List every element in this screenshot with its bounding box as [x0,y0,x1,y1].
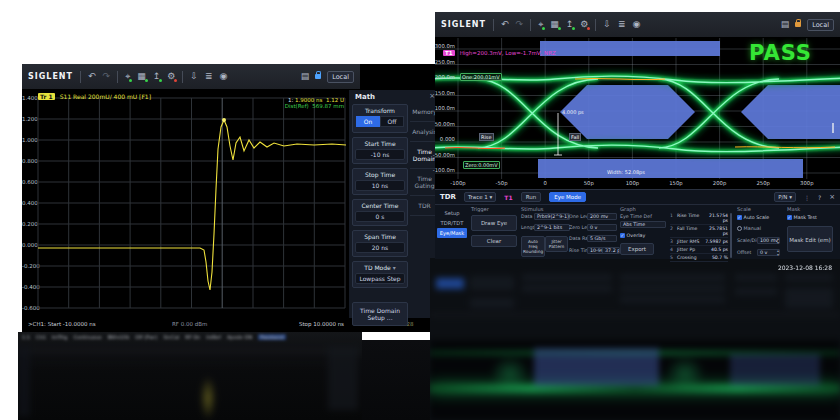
math-menu: Math × Transform On Off Start Time -10 n… [348,90,439,318]
eye-x-axis: -100p-50p050p100p150p200p250p300p [435,179,840,189]
trace-badge[interactable]: Tr 1 [38,93,55,100]
menu-field[interactable]: Span Time 20 ns [352,230,408,257]
zero-level-field[interactable]: 0 v [587,224,617,231]
menu-title: Math [355,93,375,101]
lock-icon[interactable] [315,74,321,79]
pn-select[interactable]: P/N ▾ [774,192,796,202]
help-icon[interactable]: ? [818,194,821,201]
manual-radio[interactable]: Manual [737,225,761,231]
fall-tag: Fall [569,133,581,141]
close-icon[interactable]: × [829,193,835,201]
draw-eye-button[interactable]: Draw Eye [471,215,517,231]
measurement-row: 2Fall Time25.7851 ps [670,225,728,238]
length-select[interactable]: 2^9-1 bits [534,224,570,231]
menu-field[interactable]: Stop Time 10 ns [352,168,408,195]
icon-badge [159,79,162,82]
freq-rounding-button[interactable]: Auto Freq Rounding [521,236,545,257]
y-tick-label: 100.0m [435,105,455,111]
undo-icon[interactable]: ↶ [88,72,96,81]
menu-field[interactable]: Center Time 0 s [352,199,408,226]
eye-toolbar: SIGLENT ↶ ↷ ⌖ ▦ ↥ ⚙ ⇩ ≣ ◉ ▤ Local [435,12,840,38]
trace-label: Tr 1 S11 Real 200mU/ 400 mU [F1] [38,84,151,103]
local-button[interactable]: Local [327,71,354,83]
marker-icon[interactable]: ⌖ [125,72,130,81]
stepper-icon[interactable]: ▴▾ [777,237,779,244]
cal-icon[interactable]: ⚙ [580,20,588,29]
time-domain-setup-button[interactable]: Time Domain Setup ... [352,302,408,326]
jitter-tag: 4.000 ps [562,109,584,115]
marker-icon[interactable]: ⌖ [538,20,543,29]
eye-time-select[interactable]: Abs Time [620,221,666,228]
stimulus-icon[interactable]: ↥ [566,20,574,29]
trace-select[interactable]: Trace 1 ▾ [464,192,496,202]
vna-plot [22,94,348,318]
lock-icon[interactable] [795,22,801,27]
trace-badge: T1 [504,194,512,201]
save-icon[interactable]: ⇩ [603,20,611,29]
overlay-checkbox[interactable]: ✓ Overlay [620,232,645,238]
eye-mode-button[interactable]: Eye Mode [549,192,586,202]
print-icon[interactable]: ≣ [205,72,213,81]
x-tick-label: 0 [533,180,557,186]
toolbar-divider [530,19,531,31]
redo-icon[interactable]: ↷ [103,72,111,81]
print-icon[interactable]: ≣ [618,20,626,29]
jitter-pattern-button[interactable]: Jitter Pattern [545,236,568,252]
redo-icon[interactable]: ↷ [516,20,524,29]
stimulus-icon[interactable]: ↥ [153,72,161,81]
td-mode-field[interactable]: TD Mode ▾ Lowpass Step [352,261,408,288]
undo-icon[interactable]: ↶ [501,20,509,29]
status-item: 1:1 [22,334,30,340]
y-tick-label: 0.000 [440,136,455,142]
run-button[interactable]: Run [521,192,542,202]
tdr-tab-tdrtdt[interactable]: TDR/TDT [437,218,467,228]
mask-section: Mask ✓ Mask Test Mask Edit (em) [787,206,837,212]
x-tick-label: 50p [577,180,601,186]
mask-test-checkbox[interactable]: ✓ Mask Test [787,214,817,220]
display-icon[interactable]: ▦ [550,20,559,29]
local-button[interactable]: Local [807,19,834,31]
reflection-gap [362,340,430,420]
transform-off-button[interactable]: Off [380,116,404,127]
chevron-down-icon: ▾ [393,264,396,271]
toolbar-divider [493,19,494,31]
auto-scale-checkbox[interactable]: ✓ Auto Scale [737,214,769,220]
menu-field[interactable]: Start Time -10 ns [352,137,408,164]
stepper-icon[interactable]: ▴▾ [777,249,779,256]
data-rate-field[interactable]: 5 Gb/s [587,235,617,242]
layout-icon[interactable]: ▤ [301,72,310,81]
display-icon[interactable]: ▦ [137,72,146,81]
marker-readout: 1: 1.9000 ns 1.12 U Dist(Ref) 569.87 mm [285,97,344,109]
measurement-row: 4Jitter Pp40.5 ps [670,246,728,254]
rf-power: RF 0.00 dBm [172,321,207,327]
save-icon[interactable]: ⇩ [190,72,198,81]
tdr-tab-eyemask[interactable]: Eye/Mask [437,228,467,238]
tdr-tab-setup[interactable]: Setup [437,208,467,218]
one-level-field[interactable]: 200 mv [587,213,617,220]
graph-section: Graph Eye Time Def Abs Time ✓ Overlay Ex… [620,206,732,212]
clear-button[interactable]: Clear [471,235,517,247]
x-tick-label: -100p [446,180,470,186]
layout-icon[interactable]: ▤ [781,20,790,29]
data-pattern-select[interactable]: Prbs9(2^9-1) [534,213,570,220]
transform-on-button[interactable]: On [356,116,380,127]
status-item: Ch1 [36,334,46,340]
y-tick-label: 200.0m [435,74,455,80]
icon-badge [129,79,132,82]
cal-icon[interactable]: ⚙ [167,72,175,81]
status-item: Passband [258,334,286,340]
siglent-logo: SIGLENT [441,20,486,29]
more-icon[interactable]: ⋮ [804,194,810,201]
siglent-logo: SIGLENT [28,72,73,81]
x-tick-label: 250p [751,180,775,186]
one-level-tag: One:200.01mV [460,73,502,81]
rise-time-field[interactable]: 37.2 ps [602,247,620,254]
export-button[interactable]: Export [620,243,654,255]
camera-icon[interactable]: ◉ [219,72,227,81]
scale-section: Scale ✓ Auto Scale Manual Scale/Div 100 … [737,206,781,212]
camera-icon[interactable]: ◉ [632,20,640,29]
measurements-scrollbar[interactable] [730,213,732,258]
mask-edit-button[interactable]: Mask Edit (em) [787,226,833,252]
measurement-row: 5Crossing50.7 % [670,254,728,262]
y-tick-label: 250.0m [435,59,455,65]
